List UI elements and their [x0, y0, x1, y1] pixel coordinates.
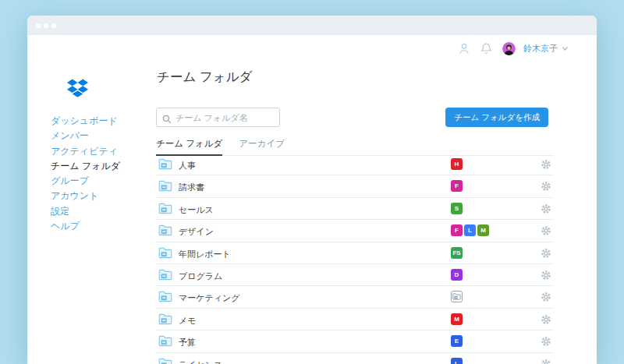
table-row[interactable]: ライセンスL — [156, 353, 554, 364]
search-input[interactable] — [157, 108, 279, 126]
member-badge: H — [451, 158, 463, 170]
member-badge: FS — [451, 247, 463, 259]
gear-icon[interactable] — [541, 248, 551, 259]
folder-name: メモ — [179, 315, 197, 327]
member-badges: M — [451, 313, 463, 325]
team-folder-icon — [158, 158, 172, 173]
sidebar-item-dashboard[interactable]: ダッシュボード — [51, 114, 120, 129]
notifications-bell-icon[interactable] — [480, 42, 492, 55]
folder-list: 人事H請求書FセールスSデザインFLM年間レポートFSプログラムDマーケティング… — [156, 154, 554, 364]
team-folder-icon — [158, 335, 172, 350]
team-folder-icon — [158, 224, 172, 239]
window-control-dot[interactable] — [44, 23, 48, 28]
member-badge: E — [451, 335, 463, 347]
folder-name: 年間レポート — [179, 249, 231, 260]
folder-name: ライセンス — [179, 359, 222, 364]
team-folder-icon — [158, 358, 172, 364]
user-name-menu[interactable]: 鈴木京子 — [523, 43, 558, 55]
sidebar-item-team-folders[interactable]: チーム フォルダ — [51, 159, 120, 174]
gear-icon[interactable] — [541, 336, 551, 347]
team-folder-icon — [158, 247, 172, 262]
folder-name: 請求書 — [179, 182, 204, 193]
search-icon — [162, 113, 172, 127]
folder-name: 予算 — [179, 337, 196, 348]
member-badges: L — [451, 358, 463, 364]
member-badge: S — [451, 203, 463, 214]
folder-name: デザイン — [179, 226, 214, 238]
table-row[interactable]: デザインFLM — [156, 220, 554, 242]
window-titlebar — [27, 16, 597, 35]
table-row[interactable]: 予算E — [156, 330, 554, 352]
member-badge: L — [464, 224, 476, 236]
header-account-area: 鈴木京子 — [458, 41, 568, 56]
gear-icon[interactable] — [541, 270, 551, 281]
team-folder-icon — [158, 180, 172, 195]
member-badges: FLM — [451, 224, 489, 236]
page-title: チーム フォルダ — [157, 69, 252, 86]
gear-icon[interactable] — [541, 359, 551, 364]
team-folder-badge-icon — [451, 291, 463, 302]
sidebar-nav: ダッシュボードメンバーアクティビティチーム フォルダグループアカウント設定ヘルプ — [51, 114, 120, 234]
sidebar-item-groups[interactable]: グループ — [51, 174, 120, 189]
chevron-down-icon — [562, 47, 568, 51]
create-team-folder-button[interactable]: チーム フォルダを作成 — [445, 108, 548, 127]
search-box — [156, 108, 280, 127]
profile-icon[interactable] — [458, 42, 470, 55]
folder-name: セールス — [179, 204, 214, 216]
window-control-dot[interactable] — [51, 23, 56, 28]
member-badge: F — [451, 224, 463, 236]
gear-icon[interactable] — [541, 292, 551, 302]
window-control-dot[interactable] — [36, 23, 41, 28]
team-folder-icon — [158, 203, 172, 217]
dropbox-logo[interactable] — [67, 79, 88, 101]
member-badges: E — [451, 335, 463, 347]
tab-archive[interactable]: アーカイブ — [239, 138, 285, 154]
team-folder-icon — [158, 269, 172, 284]
gear-icon[interactable] — [541, 203, 551, 214]
folder-name: マーケティング — [179, 292, 240, 304]
gear-icon[interactable] — [541, 314, 551, 325]
table-row[interactable]: プログラムD — [156, 264, 554, 286]
gear-icon[interactable] — [541, 225, 551, 236]
folder-name: プログラム — [179, 270, 222, 282]
table-row[interactable]: 人事H — [156, 154, 554, 175]
sidebar-item-account[interactable]: アカウント — [51, 189, 120, 203]
member-badges: D — [451, 269, 463, 281]
table-row[interactable]: セールスS — [156, 198, 554, 220]
member-badge: M — [477, 224, 489, 236]
table-row[interactable]: マーケティング — [156, 286, 554, 308]
member-badges: FS — [451, 247, 463, 259]
member-badge: F — [451, 180, 463, 192]
table-row[interactable]: 請求書F — [156, 175, 554, 197]
member-badge: M — [451, 313, 463, 325]
sidebar-item-help[interactable]: ヘルプ — [51, 219, 120, 234]
member-badges: S — [451, 203, 463, 214]
gear-icon[interactable] — [541, 159, 551, 170]
sidebar-item-activity[interactable]: アクティビティ — [51, 144, 120, 159]
sidebar-item-settings[interactable]: 設定 — [51, 204, 120, 219]
team-folder-icon — [158, 313, 172, 328]
folder-name: 人事 — [179, 160, 196, 171]
member-badge: L — [451, 358, 463, 364]
sidebar-item-members[interactable]: メンバー — [51, 129, 120, 143]
table-row[interactable]: メモM — [156, 309, 554, 330]
team-folder-icon — [158, 291, 172, 306]
member-badges: F — [451, 180, 463, 192]
gear-icon[interactable] — [541, 181, 551, 192]
member-badges: H — [451, 158, 463, 170]
app-window: ダッシュボードメンバーアクティビティチーム フォルダグループアカウント設定ヘルプ… — [27, 16, 597, 364]
member-badges — [451, 291, 463, 302]
user-avatar[interactable] — [502, 42, 516, 55]
member-badge: D — [451, 269, 463, 281]
table-row[interactable]: 年間レポートFS — [156, 242, 554, 264]
